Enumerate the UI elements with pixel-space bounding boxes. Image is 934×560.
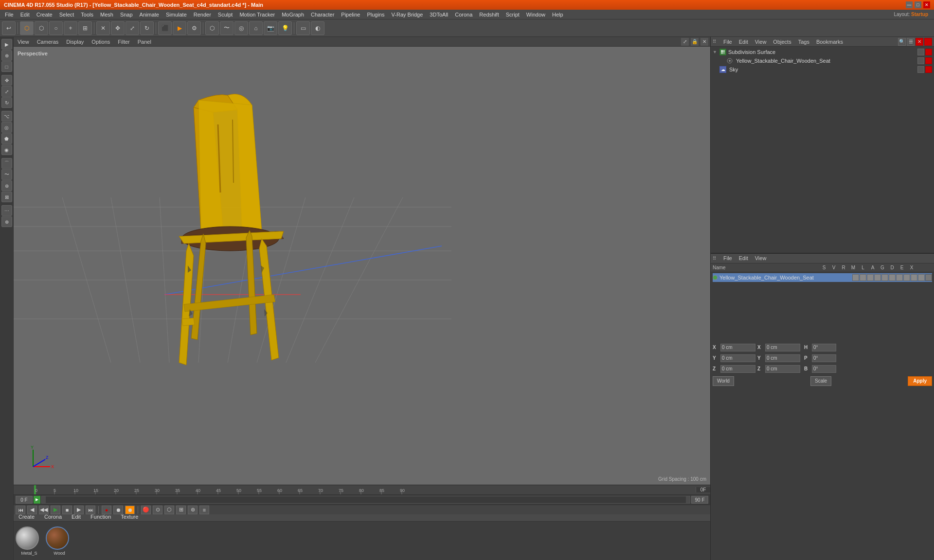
chair-lock[interactable]	[925, 57, 932, 64]
om-filter-btn[interactable]: ☰	[907, 38, 915, 46]
om-file[interactable]: File	[722, 39, 734, 45]
bezier-btn[interactable]: ⌒	[1, 158, 12, 169]
menu-animate[interactable]: Animate	[137, 11, 162, 18]
om-search-btn[interactable]: 🔍	[898, 38, 906, 46]
menu-select[interactable]: Select	[56, 11, 77, 18]
current-frame-input[interactable]	[16, 496, 33, 504]
am-m-btn[interactable]	[874, 274, 881, 281]
rotate-btn[interactable]: ↻	[1, 97, 12, 108]
cube-btn[interactable]: ⬡	[205, 21, 219, 35]
options-tab[interactable]: Options	[90, 39, 112, 45]
scale-tool-btn[interactable]: ⤢	[126, 21, 139, 35]
z-pos-input[interactable]	[720, 365, 755, 373]
timeline-ruler[interactable]: 0 5 10 15 20 25 30 35	[14, 485, 710, 495]
nurbs-btn[interactable]: ◎	[234, 21, 248, 35]
go-start-btn[interactable]: ⏮	[16, 506, 25, 514]
prev-frame-btn[interactable]: ◀	[27, 506, 37, 514]
am-extra-btn[interactable]	[925, 274, 932, 281]
menu-window[interactable]: Window	[523, 11, 548, 18]
points-mode-btn[interactable]: ⬡	[35, 21, 48, 35]
brush-btn[interactable]: ◉	[1, 144, 12, 155]
range-start-handle[interactable]	[42, 496, 46, 503]
rotate-tool-btn[interactable]: ↻	[140, 21, 154, 35]
live-select-btn[interactable]: ⊕	[1, 50, 12, 61]
am-view[interactable]: View	[754, 255, 768, 261]
render-region-btn[interactable]: ⬛	[158, 21, 172, 35]
om-tags[interactable]: Tags	[797, 39, 811, 45]
camera-btn[interactable]: 📷	[264, 21, 277, 35]
apply-button[interactable]: Apply	[908, 376, 932, 386]
menu-simulate[interactable]: Simulate	[163, 11, 190, 18]
viewport-canvas[interactable]: Perspective Grid Spacing : 100 cm X Y Z	[14, 47, 710, 485]
poly-mode-btn[interactable]: +	[64, 21, 77, 35]
floor-btn[interactable]: ▭	[296, 21, 310, 35]
paint-btn[interactable]: ⊛	[1, 180, 12, 191]
b-input[interactable]	[812, 365, 836, 373]
menu-redshift[interactable]: Redshift	[476, 11, 502, 18]
ikfk-btn[interactable]: ⊙	[153, 506, 162, 514]
object-mode-btn[interactable]: ⬡	[20, 21, 34, 35]
om-objects[interactable]: Objects	[772, 39, 792, 45]
display-tab[interactable]: Display	[64, 39, 86, 45]
om-item-sky[interactable]: ☁ Sky	[711, 65, 934, 74]
om-bookmarks[interactable]: Bookmarks	[815, 39, 844, 45]
subdiv-toggle[interactable]	[917, 49, 924, 55]
knife-btn[interactable]: ⌥	[1, 111, 12, 122]
polygon-btn[interactable]: ⬟	[1, 133, 12, 144]
edges-mode-btn[interactable]: ○	[49, 21, 63, 35]
terrain-btn[interactable]: ⋯	[1, 205, 12, 216]
menu-character[interactable]: Character	[308, 11, 337, 18]
panel-tab[interactable]: Panel	[136, 39, 153, 45]
h-input[interactable]	[812, 344, 836, 351]
x-pos-input[interactable]	[720, 344, 755, 351]
timeline-btn[interactable]: ≡	[199, 506, 209, 514]
deformer-btn[interactable]: ⌂	[249, 21, 263, 35]
y-pos-input[interactable]	[720, 354, 755, 362]
menu-mograph[interactable]: MoGraph	[279, 11, 307, 18]
viewport-expand-btn[interactable]: ⤢	[681, 38, 689, 46]
menu-3dto[interactable]: 3DToAll	[427, 11, 451, 18]
x-rot-input[interactable]	[765, 344, 800, 351]
am-g-btn[interactable]	[896, 274, 903, 281]
menu-motion-tracker[interactable]: Motion Tracker	[236, 11, 278, 18]
menu-plugins[interactable]: Plugins	[364, 11, 387, 18]
am-x-btn[interactable]	[918, 274, 925, 281]
powerslider-btn[interactable]: ⊛	[188, 506, 198, 514]
spline-btn[interactable]: 〜	[220, 21, 234, 35]
stop-btn[interactable]: ■	[62, 506, 72, 514]
menu-snap[interactable]: Snap	[117, 11, 136, 18]
scale-button[interactable]: Scale	[810, 376, 831, 386]
om-view[interactable]: View	[754, 39, 768, 45]
sky-toggle[interactable]	[917, 66, 924, 73]
am-row-chair[interactable]: Yellow_Stackable_Chair_Wooden_Seat	[713, 273, 932, 282]
menu-pipeline[interactable]: Pipeline	[338, 11, 363, 18]
material-item-wood[interactable]: Wood	[46, 526, 73, 556]
play-btn[interactable]: ▶	[51, 506, 60, 514]
move-btn[interactable]: ✥	[1, 75, 12, 86]
magnet-btn[interactable]: ◎	[1, 122, 12, 133]
z-rot-input[interactable]	[765, 365, 800, 373]
filter-tab[interactable]: Filter	[116, 39, 131, 45]
view-tab[interactable]: View	[16, 39, 31, 45]
material-btn[interactable]: ◐	[311, 21, 324, 35]
mirror-btn[interactable]: ⊠	[1, 192, 12, 202]
record-pos-btn[interactable]: ⏺	[113, 506, 123, 514]
om-close2-btn[interactable]	[924, 38, 932, 46]
render-settings-btn[interactable]: ⚙	[187, 21, 201, 35]
scale-btn[interactable]: ⤢	[1, 86, 12, 97]
y-rot-input[interactable]	[765, 354, 800, 362]
am-d-btn[interactable]	[903, 274, 910, 281]
minimize-button[interactable]: —	[906, 1, 913, 8]
menu-edit[interactable]: Edit	[18, 11, 33, 18]
menu-create[interactable]: Create	[34, 11, 55, 18]
maximize-button[interactable]: □	[915, 1, 921, 8]
menu-sculpt[interactable]: Sculpt	[215, 11, 236, 18]
subdiv-lock[interactable]	[925, 49, 932, 55]
am-r-btn[interactable]	[867, 274, 874, 281]
next-frame-btn[interactable]: ▶	[74, 506, 84, 514]
chair-toggle[interactable]	[917, 57, 924, 64]
menu-mesh[interactable]: Mesh	[97, 11, 116, 18]
menu-file[interactable]: File	[2, 11, 17, 18]
menu-help[interactable]: Help	[549, 11, 566, 18]
playback-range[interactable]	[41, 496, 690, 504]
